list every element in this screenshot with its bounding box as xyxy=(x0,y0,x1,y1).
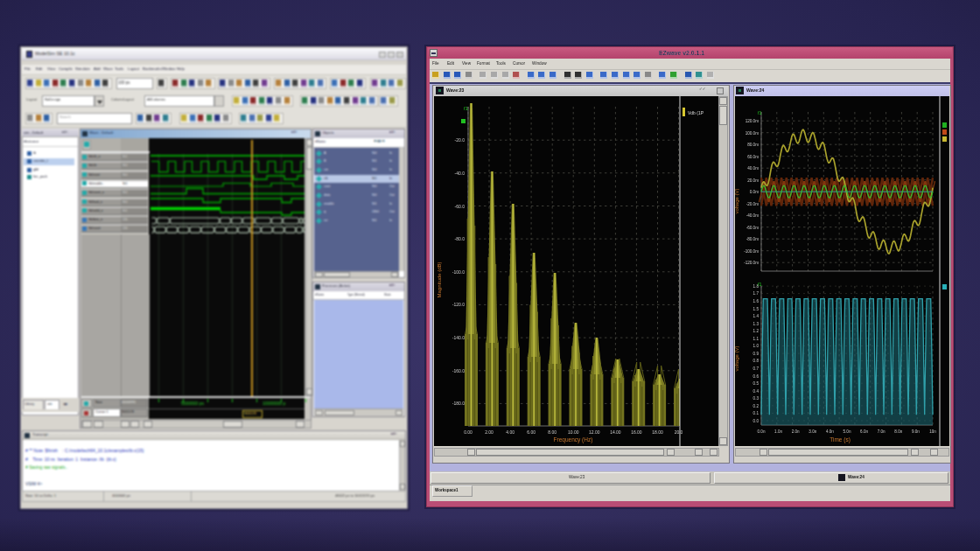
svg-text:4.00: 4.00 xyxy=(506,429,514,435)
svg-text:voltage (V): voltage (V) xyxy=(735,345,739,371)
svg-text:voltage (V): voltage (V) xyxy=(735,188,739,213)
svg-text:1.0: 1.0 xyxy=(753,344,760,348)
svg-text:0.6: 0.6 xyxy=(753,374,760,379)
svg-text:-100.0m: -100.0m xyxy=(744,249,759,254)
svg-text:Magnitude (dB): Magnitude (dB) xyxy=(437,262,442,297)
svg-text:20.0m: 20.0m xyxy=(747,178,759,183)
svg-text:-80.0m: -80.0m xyxy=(746,237,759,241)
svg-text:100.0m: 100.0m xyxy=(746,131,759,136)
svg-text:-80.0: -80.0 xyxy=(455,236,466,241)
svg-text:20.0: 20.0 xyxy=(675,429,683,435)
svg-text:40.0m: 40.0m xyxy=(747,166,759,171)
svg-text:0.4: 0.4 xyxy=(753,389,760,394)
svg-text:1.6: 1.6 xyxy=(753,299,760,303)
svg-text:-160.0: -160.0 xyxy=(452,368,465,373)
svg-text:-40.0: -40.0 xyxy=(455,171,466,176)
svg-text:4.0n: 4.0n xyxy=(826,429,834,434)
svg-text:f1: f1 xyxy=(758,110,762,115)
svg-text:Time (s): Time (s) xyxy=(830,436,850,443)
svg-text:0.8: 0.8 xyxy=(753,359,760,363)
svg-text:-40.0m: -40.0m xyxy=(746,213,759,218)
svg-text:-120.0m: -120.0m xyxy=(744,261,759,265)
svg-text:Frequency (Hz): Frequency (Hz) xyxy=(554,436,593,443)
svg-text:6.00: 6.00 xyxy=(527,429,536,435)
svg-text:1.4: 1.4 xyxy=(753,314,760,318)
svg-text:0.3: 0.3 xyxy=(753,396,760,401)
svg-text:120.0m: 120.0m xyxy=(746,119,759,123)
svg-text:60.0m: 60.0m xyxy=(747,155,759,159)
svg-text:14.00: 14.00 xyxy=(610,429,621,435)
svg-text:9.0n: 9.0n xyxy=(912,429,920,434)
svg-text:1.3: 1.3 xyxy=(753,322,760,326)
svg-text:f1: f1 xyxy=(758,282,762,287)
svg-text:2.00: 2.00 xyxy=(485,429,494,435)
svg-text:80.0m: 80.0m xyxy=(747,143,759,147)
svg-text:0.7: 0.7 xyxy=(753,366,760,371)
svg-text:16.00: 16.00 xyxy=(631,429,642,435)
svg-text:6.0n: 6.0n xyxy=(860,429,868,434)
svg-text:0.2: 0.2 xyxy=(753,404,760,408)
svg-text:5.0n: 5.0n xyxy=(844,429,851,434)
svg-text:8.00: 8.00 xyxy=(548,429,556,435)
svg-text:-20.0m: -20.0m xyxy=(746,202,759,206)
svg-text:7.0n: 7.0n xyxy=(878,429,886,434)
svg-text:1.0n: 1.0n xyxy=(774,429,782,434)
svg-text:12.00: 12.00 xyxy=(589,429,600,435)
svg-text:1.5: 1.5 xyxy=(753,307,760,311)
svg-text:0.9: 0.9 xyxy=(753,352,760,356)
svg-text:10.00: 10.00 xyxy=(568,429,579,435)
svg-text:0.5: 0.5 xyxy=(753,381,760,386)
svg-text:0.0m: 0.0m xyxy=(750,190,759,194)
svg-text:-120.0: -120.0 xyxy=(452,302,465,307)
svg-text:-180.0: -180.0 xyxy=(452,401,465,406)
svg-text:10n: 10n xyxy=(929,429,936,434)
svg-text:-100.0: -100.0 xyxy=(452,269,465,275)
svg-text:18.00: 18.00 xyxy=(652,429,663,435)
svg-text:1.7: 1.7 xyxy=(753,291,760,296)
svg-text:0.0: 0.0 xyxy=(753,419,760,423)
svg-text:1.2: 1.2 xyxy=(753,329,760,333)
svg-text:-140.0: -140.0 xyxy=(452,335,465,340)
svg-text:2.0n: 2.0n xyxy=(792,429,800,434)
svg-text:-60.0: -60.0 xyxy=(455,204,466,209)
svg-text:3.0n: 3.0n xyxy=(808,429,816,434)
svg-text:-60.0m: -60.0m xyxy=(746,226,759,230)
svg-text:8.0n: 8.0n xyxy=(894,429,902,434)
svg-text:Vdb (1P: Vdb (1P xyxy=(688,110,704,115)
svg-text:1.1: 1.1 xyxy=(753,337,760,341)
svg-text:f1: f1 xyxy=(464,106,469,111)
svg-text:0.0n: 0.0n xyxy=(758,429,766,434)
svg-text:0.00: 0.00 xyxy=(464,429,472,435)
svg-text:-20.0: -20.0 xyxy=(455,137,466,143)
svg-text:0.1: 0.1 xyxy=(753,411,760,415)
